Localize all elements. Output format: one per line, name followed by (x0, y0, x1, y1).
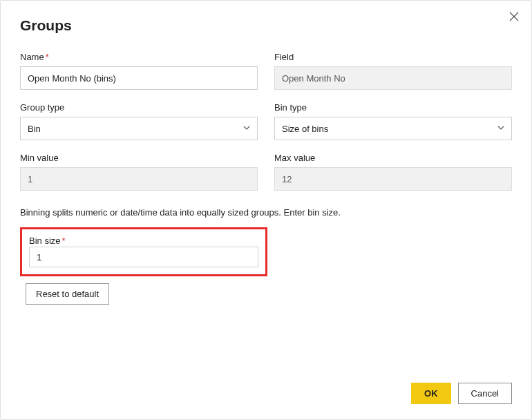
group-type-select[interactable] (20, 117, 258, 140)
bin-size-highlighted-section: Bin size* (20, 227, 267, 276)
field-readonly (274, 66, 512, 90)
name-input[interactable] (20, 66, 258, 90)
name-label: Name* (20, 52, 258, 62)
close-icon (509, 13, 519, 23)
required-asterisk: * (46, 52, 49, 62)
bin-type-label: Bin type (274, 102, 512, 113)
reset-to-default-button[interactable]: Reset to default (26, 283, 109, 305)
group-type-label: Group type (20, 102, 258, 113)
field-label: Field (274, 52, 512, 62)
dialog-title: Groups (20, 17, 72, 34)
ok-button[interactable]: OK (411, 383, 451, 404)
bin-size-label: Bin size* (29, 236, 66, 246)
close-button[interactable] (506, 9, 522, 26)
bin-type-select[interactable] (274, 117, 512, 140)
bin-size-input[interactable] (29, 247, 258, 267)
binning-help-text: Binning splits numeric or date/time data… (20, 207, 512, 218)
max-value-readonly (274, 167, 512, 191)
min-value-label: Min value (20, 153, 258, 163)
required-asterisk: * (62, 236, 66, 246)
max-value-label: Max value (274, 153, 512, 163)
cancel-button[interactable]: Cancel (458, 383, 512, 404)
min-value-readonly (20, 167, 258, 191)
